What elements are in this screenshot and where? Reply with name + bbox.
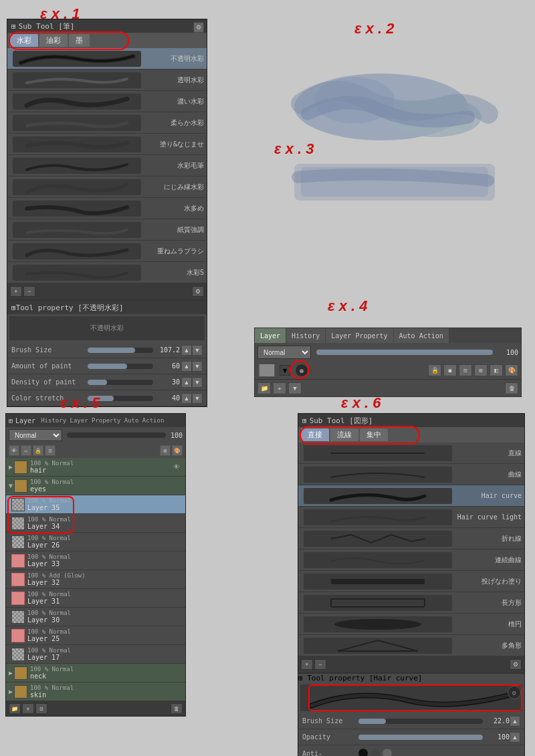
brush-item-1[interactable]: 透明水彩 xyxy=(7,70,207,91)
ex4-action-1[interactable]: 📁 xyxy=(257,382,271,394)
ex5-icon-1[interactable]: 👁 xyxy=(9,445,19,456)
ex6-opacity-inc[interactable]: ▲ xyxy=(510,732,520,743)
ex6-brush-7[interactable]: 長方形 xyxy=(298,592,524,614)
layer-row-30[interactable]: 100 % Normal Layer 30 xyxy=(6,608,185,626)
brush-item-0[interactable]: 不透明水彩 xyxy=(7,48,207,70)
ex6-brush-0[interactable]: 直線 xyxy=(298,443,524,464)
ex5-icon-6[interactable]: 🎨 xyxy=(172,445,183,456)
ex5-btn-3[interactable]: ⊡ xyxy=(35,703,47,714)
brush-item-5[interactable]: 水彩毛筆 xyxy=(7,155,207,176)
tp-amount-dec[interactable]: ▼ xyxy=(192,361,203,372)
dot-1[interactable] xyxy=(358,749,368,756)
ex4-opacity-slider[interactable] xyxy=(316,350,493,355)
layer-row-eyes[interactable]: ▼ 100 % Normal eyes xyxy=(6,477,185,495)
ex4-tab-property[interactable]: Layer Property xyxy=(326,328,393,343)
ex4-action-4[interactable]: 🗑 xyxy=(505,382,518,394)
layer-row-32[interactable]: 100 % Add (Glow) Layer 32 xyxy=(6,570,185,589)
ex6-brush-1[interactable]: 曲線 xyxy=(298,464,524,485)
ex4-icon-2[interactable]: ◼ xyxy=(443,364,457,376)
tp-density-dec[interactable]: ▼ xyxy=(192,377,203,388)
tp-brushsize-inc[interactable]: ▲ xyxy=(181,345,192,356)
ex6-brush-9[interactable]: 多角形 xyxy=(298,635,524,656)
layer-eye-hair[interactable]: 👁 xyxy=(173,463,180,471)
ex4-tab-layer[interactable]: Layer xyxy=(255,328,286,343)
ex4-action-2[interactable]: + xyxy=(273,382,286,394)
settings-brush-btn[interactable]: ⚙ xyxy=(192,286,204,297)
ex6-brushsize-inc[interactable]: ▲ xyxy=(510,716,520,727)
brush-item-7[interactable]: 水多め xyxy=(7,198,207,219)
brush-item-4[interactable]: 塗り&なじませ xyxy=(7,134,207,155)
ex4-tab-auto[interactable]: Auto Action xyxy=(394,328,449,343)
ex4-icon-1[interactable]: 🔒 xyxy=(428,364,441,376)
ex4-tab-history[interactable]: History xyxy=(286,328,325,343)
ex6-brush-4[interactable]: 折れ線 xyxy=(298,528,524,549)
ex6-add-brush-btn[interactable]: + xyxy=(301,659,313,670)
tab-ink[interactable]: 墨 xyxy=(69,34,90,47)
tp-density-slider[interactable] xyxy=(88,380,153,385)
del-brush-btn[interactable]: − xyxy=(23,286,35,297)
layer-row-hair[interactable]: ▶ 100 % Normal hair 👁 xyxy=(6,458,185,477)
brush-item-9[interactable]: 重ねムラブラシ xyxy=(7,241,207,262)
layer-row-skin[interactable]: ▶ 100 % Normal skin xyxy=(6,682,185,701)
layer-row-34[interactable]: 100 % Normal Layer 34 xyxy=(6,514,185,533)
layer-row-33[interactable]: 100 % Normal Layer 33 xyxy=(6,551,185,570)
ex5-blend-select[interactable]: Normal xyxy=(9,429,62,441)
tab-watercolor[interactable]: 水彩 xyxy=(10,34,38,47)
ex4-icon-3[interactable]: ⊡ xyxy=(459,364,472,376)
tp-stretch-inc[interactable]: ▲ xyxy=(181,393,192,404)
ex4-actions-row: 📁 + ▼ 🗑 xyxy=(255,379,521,396)
tp-amount-slider[interactable] xyxy=(88,364,153,369)
ex5-opacity-slider[interactable] xyxy=(67,432,166,438)
ex6-opacity-slider[interactable] xyxy=(358,735,483,740)
ex6-brush-2[interactable]: Hair curve xyxy=(298,485,524,507)
dot-2[interactable] xyxy=(370,749,380,756)
add-brush-btn[interactable]: + xyxy=(10,286,22,297)
tp-brushsize-dec[interactable]: ▼ xyxy=(192,345,203,356)
layer-row-35[interactable]: 100 % Normal Layer 35 xyxy=(6,495,185,514)
ex6-tab-direct[interactable]: 直接 xyxy=(301,428,329,441)
ex6-settings-btn[interactable]: ⚙ xyxy=(510,659,522,670)
ex5-btn-1[interactable]: 📁 xyxy=(9,703,21,714)
layer-row-25[interactable]: 100 % Normal Layer 25 xyxy=(6,626,185,645)
tp-amount-inc[interactable]: ▲ xyxy=(181,361,192,372)
layer-row-26[interactable]: 100 % Normal Layer 26 xyxy=(6,533,185,551)
ex6-tab-flow[interactable]: 流線 xyxy=(330,428,358,441)
brush-item-3[interactable]: 柔らか水彩 xyxy=(7,112,207,134)
tp-density-inc[interactable]: ▲ xyxy=(181,377,192,388)
ex5-icon-4[interactable]: ⊡ xyxy=(45,445,56,456)
brush-item-6[interactable]: にじみ縁水彩 xyxy=(7,176,207,198)
layer-row-31[interactable]: 100 % Normal Layer 31 xyxy=(6,589,185,608)
tab-oil[interactable]: 油彩 xyxy=(39,34,68,47)
ex5-icon-5[interactable]: ⊞ xyxy=(160,445,171,456)
tp-settings-btn[interactable]: ⚙ xyxy=(193,22,204,33)
ex4-arrow-down[interactable]: ▼ xyxy=(280,365,290,376)
brush-item-8[interactable]: 紙質強調 xyxy=(7,219,207,241)
ex5-icon-3[interactable]: 🔒 xyxy=(33,445,43,456)
ex4-blend-select[interactable]: Normal xyxy=(257,346,311,359)
ex4-icon-6[interactable]: 🎨 xyxy=(505,364,518,376)
ex5-icon-2[interactable]: ✏ xyxy=(21,445,31,456)
ex6-brushsize-slider[interactable] xyxy=(358,719,483,724)
ex6-tabs-row: 直接 流線 集中 xyxy=(298,427,524,443)
ex4-icon-4[interactable]: ⊞ xyxy=(474,364,488,376)
ex6-brush-5[interactable]: 連続曲線 xyxy=(298,549,524,571)
brush-item-10[interactable]: 水彩S xyxy=(7,262,207,283)
tp-brushsize-slider[interactable] xyxy=(88,348,153,353)
brush-item-2[interactable]: 濃い水彩 xyxy=(7,91,207,112)
tp-stretch-dec[interactable]: ▼ xyxy=(192,393,203,404)
ex4-action-3[interactable]: ▼ xyxy=(288,382,302,394)
ex5-header: ⊞ Layer History Layer Property Auto Acti… xyxy=(6,414,185,427)
ex5-btn-2[interactable]: + xyxy=(22,703,34,714)
layer-row-neck[interactable]: ▶ 100 % Normal neck xyxy=(6,664,185,682)
ex4-icon-5[interactable]: ◧ xyxy=(490,364,503,376)
ex6-brush-6[interactable]: 投げなわ塗り xyxy=(298,571,524,592)
ex6-preview-circle[interactable]: ⚙ xyxy=(508,686,521,699)
ex6-del-brush-btn[interactable]: − xyxy=(314,659,326,670)
ex6-brush-3[interactable]: Hair curve light xyxy=(298,507,524,528)
ex5-btn-4[interactable]: 🗑 xyxy=(171,703,183,714)
ex6-brush-8[interactable]: 楕円 xyxy=(298,614,524,635)
ex6-tab-center[interactable]: 集中 xyxy=(360,428,388,441)
dot-3[interactable] xyxy=(383,749,392,756)
ex4-visibility-circle[interactable]: ● xyxy=(295,364,308,377)
layer-row-17[interactable]: 100 % Normal Layer 17 xyxy=(6,645,185,664)
